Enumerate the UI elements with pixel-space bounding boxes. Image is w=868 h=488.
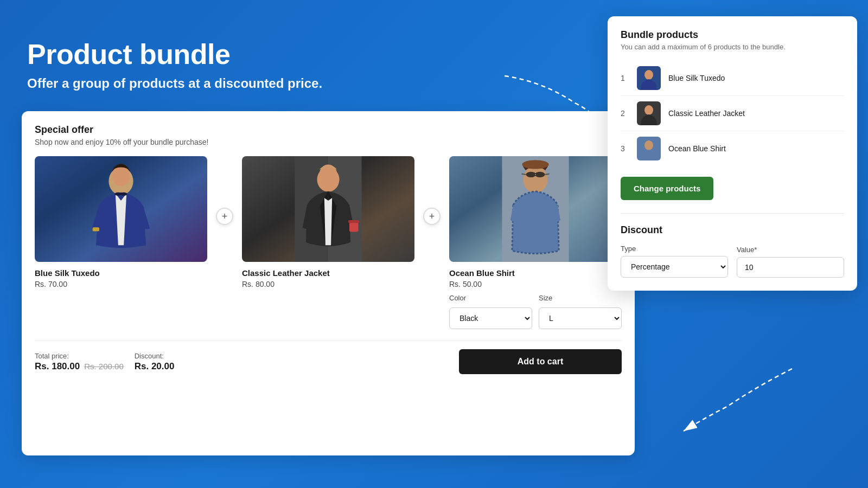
- product-price-3: Rs. 50.00: [449, 280, 622, 288]
- svg-rect-6: [93, 227, 99, 231]
- bundle-panel: Bundle products You can add a maximum of…: [608, 16, 857, 291]
- shirt-figure: [449, 156, 622, 262]
- bundle-thumb-3: [637, 137, 661, 160]
- bundle-num-1: 1: [621, 74, 629, 82]
- tuxedo-figure: [35, 156, 207, 262]
- discount-label: Discount:: [135, 352, 175, 360]
- discount-panel-title: Discount: [621, 224, 844, 236]
- discount-type-select[interactable]: Percentage Fixed Amount: [621, 256, 728, 278]
- bundle-thumb-2: [637, 101, 661, 125]
- bundle-product-item-3: 3 Ocean Blue Shirt: [621, 131, 844, 166]
- special-offer-subtitle: Shop now and enjoy 10% off your bundle p…: [35, 138, 622, 146]
- svg-point-18: [535, 172, 545, 177]
- discount-section: Discount: Rs. 20.00: [135, 352, 175, 372]
- discount-fields: Type Percentage Fixed Amount Value*: [621, 245, 844, 278]
- hero-title: Product bundle: [27, 38, 322, 70]
- arrow-bottom: [673, 363, 803, 439]
- type-field-group: Type Percentage Fixed Amount: [621, 245, 728, 278]
- svg-point-17: [526, 172, 536, 177]
- product-name-2: Classic Leather Jacket: [242, 268, 414, 278]
- products-grid: + Blue Silk Tuxedo Rs. 70.00: [35, 156, 622, 329]
- svg-rect-11: [349, 222, 358, 232]
- svg-line-19: [521, 174, 526, 175]
- svg-point-4: [120, 192, 127, 196]
- discount-value: Rs. 20.00: [135, 361, 175, 372]
- plus-icon-2: +: [423, 208, 441, 225]
- size-select[interactable]: XS S M L XL XXL: [539, 307, 622, 329]
- add-to-cart-button[interactable]: Add to cart: [459, 349, 622, 374]
- product-image-3: [449, 156, 622, 262]
- color-select[interactable]: Black White Blue Red: [449, 307, 532, 329]
- bundle-product-list: 1 Blue Silk Tuxedo 2 Classic Leather Jac…: [621, 61, 844, 166]
- value-field-group: Value*: [737, 246, 844, 278]
- discount-value-input[interactable]: [737, 257, 844, 278]
- bundle-product-name-2: Classic Leather Jacket: [668, 109, 745, 118]
- change-products-button[interactable]: Change products: [621, 177, 713, 200]
- svg-line-20: [545, 174, 549, 175]
- bundle-subtitle: You can add a maximum of 6 products to t…: [621, 43, 844, 51]
- bundle-num-3: 3: [621, 144, 629, 153]
- product-image-2: [242, 156, 414, 262]
- total-original-price: Rs. 200.00: [84, 362, 124, 371]
- svg-point-25: [644, 105, 653, 115]
- bundle-title: Bundle products: [621, 29, 844, 41]
- svg-point-16: [522, 160, 548, 169]
- svg-point-27: [644, 140, 653, 150]
- product-item-3: Ocean Blue Shirt Rs. 50.00 Color Size Bl…: [432, 156, 622, 329]
- product-price-2: Rs. 80.00: [242, 280, 414, 288]
- product-card: Special offer Shop now and enjoy 10% off…: [22, 111, 635, 455]
- discount-panel: Discount Type Percentage Fixed Amount Va…: [621, 224, 844, 278]
- size-label: Size: [539, 294, 622, 302]
- hero-subtitle: Offer a group of products at a discounte…: [27, 76, 322, 91]
- total-prices: Rs. 180.00 Rs. 200.00: [35, 361, 124, 372]
- total-label: Total price:: [35, 352, 124, 360]
- product-name-1: Blue Silk Tuxedo: [35, 268, 207, 278]
- type-label: Type: [621, 245, 728, 253]
- product-footer: Total price: Rs. 180.00 Rs. 200.00 Disco…: [35, 340, 622, 374]
- product-item-2: + Classic Leather Jacket Rs. 80.00: [225, 156, 432, 294]
- bundle-product-item-1: 1 Blue Silk Tuxedo: [621, 61, 844, 96]
- variant-selectors: Color Size Black White Blue Red XS S M L: [449, 294, 622, 329]
- special-offer-title: Special offer: [35, 124, 622, 136]
- bundle-thumb-1: [637, 66, 661, 90]
- hero-section: Product bundle Offer a group of products…: [27, 38, 322, 91]
- product-name-3: Ocean Blue Shirt: [449, 268, 622, 278]
- bundle-num-2: 2: [621, 109, 629, 118]
- value-label: Value*: [737, 246, 844, 254]
- divider: [621, 213, 844, 214]
- product-price-1: Rs. 70.00: [35, 280, 207, 288]
- bundle-product-name-1: Blue Silk Tuxedo: [668, 74, 725, 82]
- plus-icon-1: +: [216, 208, 233, 225]
- total-current-price: Rs. 180.00: [35, 361, 80, 372]
- bundle-product-name-3: Ocean Blue Shirt: [668, 144, 726, 153]
- product-image-1: [35, 156, 207, 262]
- svg-rect-12: [348, 220, 360, 223]
- product-item-1: + Blue Silk Tuxedo Rs. 70.00: [35, 156, 225, 294]
- jacket-figure: [242, 156, 414, 262]
- color-label: Color: [449, 294, 532, 302]
- total-price-section: Total price: Rs. 180.00 Rs. 200.00: [35, 352, 124, 372]
- svg-point-23: [644, 70, 653, 80]
- bundle-product-item-2: 2 Classic Leather Jacket: [621, 96, 844, 131]
